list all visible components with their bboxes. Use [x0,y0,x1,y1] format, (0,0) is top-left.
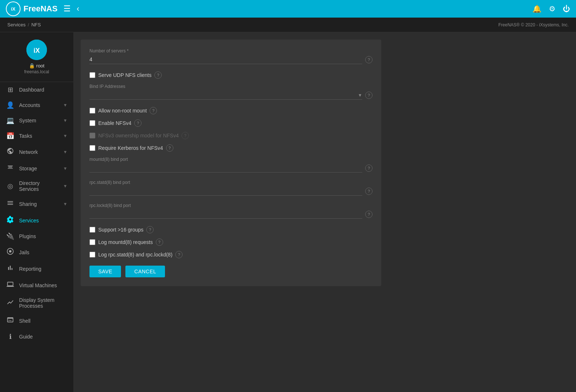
log-rpc-label: Log rpc.statd(8) and rpc.lockd(8) [98,252,172,258]
sidebar-item-network[interactable]: Network ▼ [0,144,73,160]
chevron-down-icon: ▼ [63,201,67,207]
app-title: FreeNAS [23,4,58,14]
sidebar-item-storage[interactable]: Storage ▼ [0,160,73,177]
user-hostname: freenas.local [6,69,67,74]
require-kerberos-help-icon[interactable]: ? [166,144,173,152]
sidebar-item-label: Services [19,218,67,223]
breadcrumb: Services / NFS [7,22,41,27]
rpc-statd-port-input-row: ? [89,186,373,196]
power-icon[interactable]: ⏻ [563,5,570,13]
enable-nfsv4-help-icon[interactable]: ? [134,119,142,127]
nfsv3-ownership-group: NFSv3 ownership model for NFSv4 ? [89,132,373,139]
support-groups-help-icon[interactable]: ? [146,226,154,233]
nfsv3-ownership-checkbox [89,133,95,138]
sidebar-item-virtual-machines[interactable]: Virtual Machines [0,277,73,293]
rpc-lockd-port-input[interactable] [89,210,362,219]
user-section: iX 🔒 root freenas.local [0,32,73,82]
sidebar-item-label: Dashboard [19,87,67,93]
dashboard-icon: ⊞ [6,86,15,94]
sharing-icon [6,199,15,208]
breadcrumb-separator: / [28,22,29,27]
support-groups-group: Support >16 groups ? [89,226,373,233]
log-rpc-checkbox[interactable] [89,252,95,258]
enable-nfsv4-group: Enable NFSv4 ? [89,119,373,127]
serve-udp-group: Serve UDP NFS clients ? [89,71,373,79]
form-buttons: SAVE CANCEL [89,266,373,277]
back-icon[interactable]: ‹ [77,4,79,14]
sidebar-item-sharing[interactable]: Sharing ▼ [0,196,73,212]
num-servers-input[interactable] [89,55,362,64]
settings-icon[interactable]: ⚙ [549,4,555,13]
support-groups-checkbox[interactable] [89,227,95,233]
breadcrumb-bar: Services / NFS FreeNAS® © 2020 - iXsyste… [0,18,576,32]
support-groups-label: Support >16 groups [98,227,143,233]
bind-ip-select-row: ▼ ? [89,90,373,100]
allow-nonroot-label: Allow non-root mount [98,108,147,114]
sidebar-item-dashboard[interactable]: ⊞ Dashboard [0,82,73,97]
avatar: iX [26,40,47,60]
main-layout: iX 🔒 root freenas.local ⊞ Dashboard 👤 Ac… [0,32,576,392]
storage-icon [6,164,15,173]
mountd-port-input[interactable] [89,163,362,173]
sidebar-item-display-system-processes[interactable]: Display System Processes [0,293,73,313]
sidebar-item-label: Jails [19,249,67,255]
sidebar-item-label: Guide [19,334,67,340]
sidebar-item-jails[interactable]: Jails [0,244,73,260]
plugins-icon: 🔌 [6,232,15,240]
menu-icon[interactable]: ☰ [63,4,71,14]
jails-icon [6,248,15,257]
tasks-icon: 📅 [6,132,15,140]
sidebar-item-label: Virtual Machines [19,282,67,288]
directory-services-icon: ◎ [6,182,15,190]
num-servers-input-row: ? [89,55,373,64]
reporting-icon [6,264,15,273]
serve-udp-help-icon[interactable]: ? [154,71,162,79]
log-mountd-help-icon[interactable]: ? [156,238,163,246]
rpc-statd-port-input[interactable] [89,186,362,196]
log-rpc-group: Log rpc.statd(8) and rpc.lockd(8) ? [89,251,373,258]
nfs-form-card: Number of servers * ? Serve UDP NFS clie… [81,40,381,286]
num-servers-help-icon[interactable]: ? [365,56,373,63]
mountd-port-label: mountd(8) bind port [89,157,373,162]
sidebar-item-directory-services[interactable]: ◎ Directory Services ▼ [0,177,73,196]
bind-ip-help-icon[interactable]: ? [365,92,373,99]
sidebar-item-system[interactable]: 💻 System ▼ [0,113,73,128]
rpc-lockd-port-help-icon[interactable]: ? [365,211,373,218]
sidebar-item-services[interactable]: Services [0,212,73,229]
serve-udp-label: Serve UDP NFS clients [98,72,151,78]
require-kerberos-group: Require Kerberos for NFSv4 ? [89,144,373,152]
breadcrumb-parent[interactable]: Services [7,22,26,27]
require-kerberos-checkbox[interactable] [89,145,95,151]
cancel-button[interactable]: CANCEL [125,266,165,277]
save-button[interactable]: SAVE [89,266,121,277]
sidebar-item-plugins[interactable]: 🔌 Plugins [0,229,73,244]
sidebar-item-label: Tasks [19,133,59,139]
rpc-statd-port-help-icon[interactable]: ? [365,188,373,195]
bind-ip-label: Bind IP Addresses [89,84,373,89]
mountd-port-input-row: ? [89,163,373,173]
allow-nonroot-help-icon[interactable]: ? [150,107,157,114]
sidebar-item-reporting[interactable]: Reporting [0,260,73,277]
sidebar-item-tasks[interactable]: 📅 Tasks ▼ [0,128,73,144]
sidebar-item-label: Shell [19,318,67,324]
lock-icon: 🔒 [29,63,35,69]
enable-nfsv4-label: Enable NFSv4 [98,120,131,126]
vm-icon [6,281,15,290]
log-mountd-checkbox[interactable] [89,239,95,245]
bind-ip-select[interactable] [89,90,362,100]
services-icon [6,216,15,225]
chevron-down-icon: ▼ [63,118,67,123]
notifications-icon[interactable]: 🔔 [532,4,542,13]
serve-udp-checkbox[interactable] [89,72,95,78]
accounts-icon: 👤 [6,101,15,109]
allow-nonroot-checkbox[interactable] [89,108,95,114]
sidebar-item-guide[interactable]: ℹ Guide [0,329,73,344]
require-kerberos-label: Require Kerberos for NFSv4 [98,145,163,151]
log-rpc-help-icon[interactable]: ? [175,251,183,258]
company-info: FreeNAS® © 2020 - iXsystems, Inc. [498,22,569,27]
mountd-port-help-icon[interactable]: ? [365,164,373,172]
enable-nfsv4-checkbox[interactable] [89,120,95,126]
sidebar-item-accounts[interactable]: 👤 Accounts ▼ [0,97,73,113]
sidebar-item-shell[interactable]: Shell [0,313,73,329]
freenas-logo: iX [6,1,21,16]
